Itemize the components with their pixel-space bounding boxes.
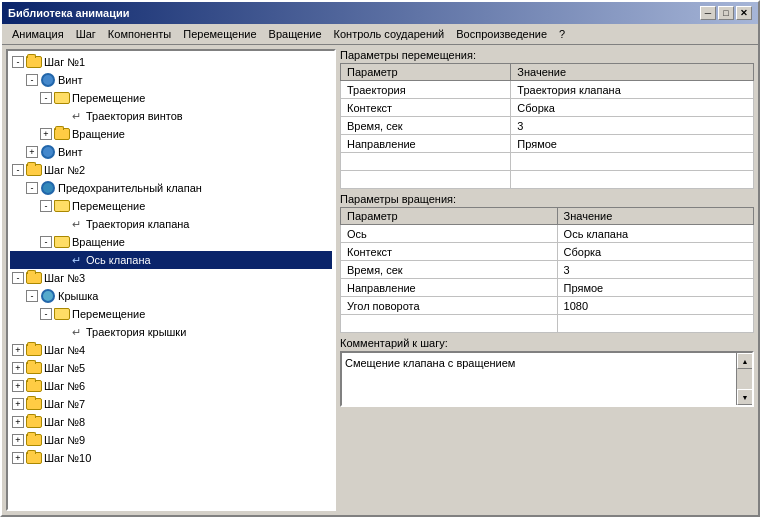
tree-node-step6[interactable]: + Шаг №6 [10, 377, 332, 395]
expand-rotate1[interactable]: + [40, 128, 52, 140]
tree-panel[interactable]: - Шаг №1 - Винт - Перемещение [6, 49, 336, 511]
menu-collision[interactable]: Контроль соударений [328, 26, 451, 42]
gear-icon [40, 144, 56, 160]
node-label: Траектория клапана [86, 218, 189, 230]
table-row: Направление Прямое [341, 279, 754, 297]
close-button[interactable]: ✕ [736, 6, 752, 20]
param-value [511, 153, 754, 171]
scroll-up-button[interactable]: ▲ [737, 353, 753, 369]
tree-node-step10[interactable]: + Шаг №10 [10, 449, 332, 467]
param-value: 3 [511, 117, 754, 135]
move-col2-header: Значение [511, 64, 754, 81]
node-label: Шаг №5 [44, 362, 85, 374]
expand-rotate-valve[interactable]: - [40, 236, 52, 248]
menu-playback[interactable]: Воспроизведение [450, 26, 553, 42]
table-row: Траектория Траектория клапана [341, 81, 754, 99]
param-label: Направление [341, 135, 511, 153]
node-label: Винт [58, 74, 83, 86]
node-label: Вращение [72, 236, 125, 248]
tree-node-move1[interactable]: - Перемещение [10, 89, 332, 107]
param-label: Время, сек [341, 117, 511, 135]
param-label: Контекст [341, 243, 558, 261]
param-value [557, 315, 753, 333]
tree-node-rotate-valve[interactable]: - Вращение [10, 233, 332, 251]
expand-move-valve[interactable]: - [40, 200, 52, 212]
node-label: Перемещение [72, 308, 145, 320]
rotate-params-table: Параметр Значение Ось Ось клапана Контек… [340, 207, 754, 333]
tree-node-traj-screws[interactable]: ↵ Траектория винтов [10, 107, 332, 125]
move-params-title: Параметры перемещения: [340, 49, 754, 61]
node-label: Перемещение [72, 92, 145, 104]
expand-step1[interactable]: - [12, 56, 24, 68]
tree-node-step3[interactable]: - Шаг №3 [10, 269, 332, 287]
tree-node-move-valve[interactable]: - Перемещение [10, 197, 332, 215]
folder-icon [26, 432, 42, 448]
rotate-params-section: Параметры вращения: Параметр Значение Ос… [340, 193, 754, 333]
node-label: Шаг №6 [44, 380, 85, 392]
node-label: Шаг №3 [44, 272, 85, 284]
tree-node-traj-valve[interactable]: ↵ Траектория клапана [10, 215, 332, 233]
expand-step6[interactable]: + [12, 380, 24, 392]
maximize-button[interactable]: □ [718, 6, 734, 20]
menu-step[interactable]: Шаг [70, 26, 102, 42]
folder-icon [26, 162, 42, 178]
tree-node-step5[interactable]: + Шаг №5 [10, 359, 332, 377]
param-label: Время, сек [341, 261, 558, 279]
table-row: Угол поворота 1080 [341, 297, 754, 315]
expand-step7[interactable]: + [12, 398, 24, 410]
param-label [341, 153, 511, 171]
tree-node-step1[interactable]: - Шаг №1 [10, 53, 332, 71]
expand-step3[interactable]: - [12, 272, 24, 284]
node-label: Вращение [72, 128, 125, 140]
tree-node-move-cover[interactable]: - Перемещение [10, 305, 332, 323]
expand-screw1[interactable]: - [26, 74, 38, 86]
param-value: Прямое [557, 279, 753, 297]
param-label: Контекст [341, 99, 511, 117]
menu-movement[interactable]: Перемещение [177, 26, 262, 42]
tree-node-valve[interactable]: - Предохранительный клапан [10, 179, 332, 197]
tree-node-step8[interactable]: + Шаг №8 [10, 413, 332, 431]
expand-step5[interactable]: + [12, 362, 24, 374]
expand-step8[interactable]: + [12, 416, 24, 428]
expand-step9[interactable]: + [12, 434, 24, 446]
menu-rotation[interactable]: Вращение [263, 26, 328, 42]
menu-animation[interactable]: Анимация [6, 26, 70, 42]
tree-node-rotate1[interactable]: + Вращение [10, 125, 332, 143]
tree-node-screw1[interactable]: - Винт [10, 71, 332, 89]
scroll-track [737, 369, 752, 389]
node-label: Предохранительный клапан [58, 182, 202, 194]
tree-node-axis-valve[interactable]: ↵ Ось клапана [10, 251, 332, 269]
menu-help[interactable]: ? [553, 26, 571, 42]
table-row [341, 315, 754, 333]
tree-node-step7[interactable]: + Шаг №7 [10, 395, 332, 413]
expand-valve[interactable]: - [26, 182, 38, 194]
param-label: Ось [341, 225, 558, 243]
expand-screw2[interactable]: + [26, 146, 38, 158]
scroll-down-button[interactable]: ▼ [737, 389, 753, 405]
expand-move-cover[interactable]: - [40, 308, 52, 320]
tree-node-step9[interactable]: + Шаг №9 [10, 431, 332, 449]
rotate-col1-header: Параметр [341, 208, 558, 225]
param-label: Траектория [341, 81, 511, 99]
gear-icon [40, 72, 56, 88]
comment-scrollbar: ▲ ▼ [736, 353, 752, 405]
comment-box[interactable]: Смещение клапана с вращением ▲ ▼ [340, 351, 754, 407]
expand-move1[interactable]: - [40, 92, 52, 104]
param-value: 3 [557, 261, 753, 279]
table-row: Контекст Сборка [341, 99, 754, 117]
tree-node-step2[interactable]: - Шаг №2 [10, 161, 332, 179]
tree-node-screw2[interactable]: + Винт [10, 143, 332, 161]
param-label [341, 171, 511, 189]
menu-components[interactable]: Компоненты [102, 26, 177, 42]
gear3-icon [40, 288, 56, 304]
expand-cover[interactable]: - [26, 290, 38, 302]
tree-node-traj-cover[interactable]: ↵ Траектория крышки [10, 323, 332, 341]
tree-node-step4[interactable]: + Шаг №4 [10, 341, 332, 359]
move-params-table: Параметр Значение Траектория Траектория … [340, 63, 754, 189]
expand-step2[interactable]: - [12, 164, 24, 176]
tree-node-cover[interactable]: - Крышка [10, 287, 332, 305]
expand-step10[interactable]: + [12, 452, 24, 464]
expand-step4[interactable]: + [12, 344, 24, 356]
minimize-button[interactable]: ─ [700, 6, 716, 20]
table-row: Контекст Сборка [341, 243, 754, 261]
